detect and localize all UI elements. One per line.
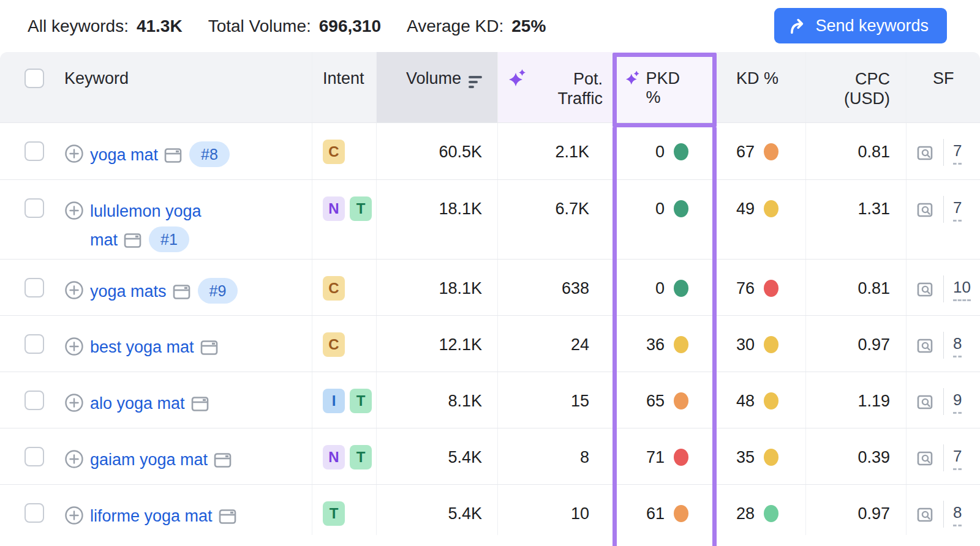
column-header-kd: KD % xyxy=(717,52,806,122)
column-header-cpc: CPC (USD) xyxy=(806,52,907,122)
serp-preview-icon[interactable] xyxy=(191,395,209,413)
volume-value: 5.4K xyxy=(448,503,482,524)
divider xyxy=(943,501,944,528)
volume-header-label: Volume xyxy=(406,69,461,88)
expand-plus-icon[interactable] xyxy=(64,144,84,163)
position-badge[interactable]: #8 xyxy=(189,141,230,167)
keyword-table: Keyword Intent Volume Pot. Traffic PKD %… xyxy=(0,52,980,535)
expand-plus-icon[interactable] xyxy=(64,201,84,220)
column-header-volume[interactable]: Volume xyxy=(377,52,498,122)
keyword-table-app: All keywords: 41.3K Total Volume: 696,31… xyxy=(0,0,980,546)
divider xyxy=(943,196,944,223)
forward-arrow-icon xyxy=(789,17,807,35)
keyword-link[interactable]: yoga mats xyxy=(90,282,167,301)
row-checkbox[interactable] xyxy=(24,503,44,523)
ai-sparkle-icon xyxy=(509,69,526,86)
expand-plus-icon[interactable] xyxy=(64,506,84,525)
serp-features-icon[interactable] xyxy=(916,450,934,467)
kd-score-dot xyxy=(764,336,778,353)
pkd-value: 65 xyxy=(646,391,665,411)
serp-preview-icon[interactable] xyxy=(173,283,190,301)
send-keywords-label: Send keywords xyxy=(815,17,929,36)
serp-preview-icon[interactable] xyxy=(164,147,182,164)
pkd-score-dot xyxy=(674,280,688,297)
row-checkbox[interactable] xyxy=(24,447,44,466)
sf-count[interactable]: 10 xyxy=(953,278,971,301)
position-badge[interactable]: #9 xyxy=(198,278,238,304)
pot-traffic-value: 2.1K xyxy=(555,141,589,162)
keyword-link[interactable]: gaiam yoga mat xyxy=(90,451,208,469)
serp-features-icon[interactable] xyxy=(916,337,934,354)
expand-plus-icon[interactable] xyxy=(64,393,84,413)
all-keywords-value: 41.3K xyxy=(137,17,183,36)
send-keywords-button[interactable]: Send keywords xyxy=(774,8,947,43)
serp-preview-icon[interactable] xyxy=(219,508,236,525)
sf-count[interactable]: 7 xyxy=(953,141,962,165)
kd-value: 30 xyxy=(736,334,755,355)
row-checkbox[interactable] xyxy=(24,391,44,410)
keyword-link[interactable]: yoga mat xyxy=(90,146,158,164)
intent-badge: C xyxy=(323,276,345,301)
average-kd-stat: Average KD: 25% xyxy=(407,17,546,36)
position-badge[interactable]: #1 xyxy=(149,226,189,252)
table-row: gaiam yoga mat N T 5.4K 8 71 35 0.39 7 xyxy=(0,428,980,484)
keyword-link[interactable]: alo yoga mat xyxy=(90,394,185,413)
intent-badge: T xyxy=(323,501,345,526)
sf-count[interactable]: 8 xyxy=(953,503,962,526)
serp-preview-icon[interactable] xyxy=(200,339,218,356)
sf-count[interactable]: 9 xyxy=(953,391,962,414)
intent-badge: I xyxy=(323,389,345,413)
sf-count[interactable]: 7 xyxy=(953,198,962,222)
intent-badge: T xyxy=(350,445,372,469)
kd-value: 48 xyxy=(736,391,755,411)
serp-features-icon[interactable] xyxy=(916,144,934,162)
row-checkbox[interactable] xyxy=(24,141,44,161)
pkd-header-label: PKD % xyxy=(646,69,688,107)
column-header-sf: SF xyxy=(907,52,980,122)
all-keywords-stat: All keywords: 41.3K xyxy=(28,17,183,36)
pot-traffic-value: 8 xyxy=(580,447,589,468)
serp-features-icon[interactable] xyxy=(916,506,934,523)
cpc-value: 0.81 xyxy=(858,141,890,162)
kd-value: 28 xyxy=(736,503,755,524)
sf-count[interactable]: 7 xyxy=(953,447,962,470)
row-checkbox[interactable] xyxy=(24,198,44,218)
serp-preview-icon[interactable] xyxy=(214,452,232,469)
pkd-score-dot xyxy=(674,336,688,353)
select-all-checkbox[interactable] xyxy=(24,69,44,88)
kd-score-dot xyxy=(764,392,778,410)
serp-features-icon[interactable] xyxy=(916,201,934,219)
pkd-value: 0 xyxy=(655,198,665,219)
cpc-value: 0.39 xyxy=(858,447,890,468)
volume-value: 18.1K xyxy=(439,198,482,219)
total-volume-stat: Total Volume: 696,310 xyxy=(208,17,381,36)
expand-plus-icon[interactable] xyxy=(64,449,84,469)
expand-plus-icon[interactable] xyxy=(64,337,84,356)
pkd-value: 0 xyxy=(655,278,665,299)
table-header-row: Keyword Intent Volume Pot. Traffic PKD %… xyxy=(0,52,980,122)
total-volume-value: 696,310 xyxy=(319,17,381,36)
pkd-score-dot xyxy=(674,392,688,410)
kd-value: 76 xyxy=(736,278,755,299)
row-checkbox[interactable] xyxy=(24,334,44,354)
keyword-link[interactable]: liforme yoga mat xyxy=(90,507,213,525)
serp-features-icon[interactable] xyxy=(916,394,934,411)
divider xyxy=(943,139,944,166)
cpc-value: 0.97 xyxy=(858,503,890,524)
volume-value: 5.4K xyxy=(448,447,482,468)
pkd-value: 71 xyxy=(646,447,665,468)
keyword-link[interactable]: best yoga mat xyxy=(90,338,194,356)
serp-features-icon[interactable] xyxy=(916,281,934,298)
cpc-value: 0.81 xyxy=(858,278,890,299)
pot-traffic-value: 15 xyxy=(571,391,589,411)
ai-sparkle-icon xyxy=(626,69,639,86)
row-checkbox[interactable] xyxy=(24,278,44,297)
column-header-pot-traffic: Pot. Traffic xyxy=(498,52,612,122)
serp-preview-icon[interactable] xyxy=(124,232,141,249)
expand-plus-icon[interactable] xyxy=(64,280,84,300)
cpc-value: 1.19 xyxy=(858,391,890,411)
pkd-score-dot xyxy=(674,505,688,522)
pot-traffic-value: 638 xyxy=(562,278,589,299)
sort-descending-icon[interactable] xyxy=(469,76,482,88)
sf-count[interactable]: 8 xyxy=(953,334,962,357)
